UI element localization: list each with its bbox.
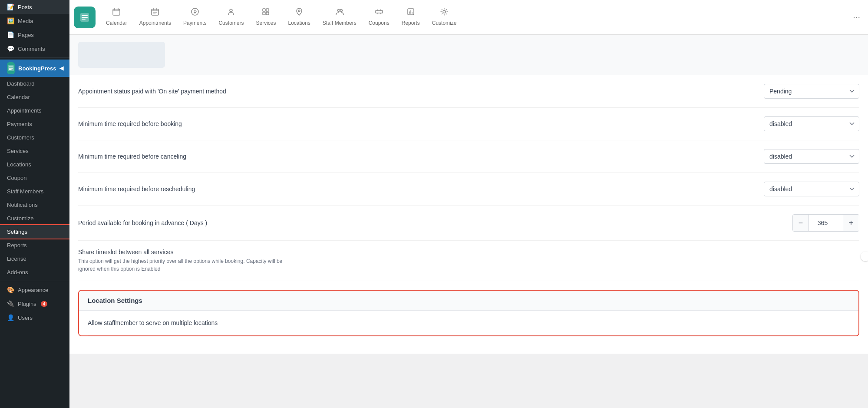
tab-customers[interactable]: Customers <box>212 4 250 30</box>
settings-row-min-canceling: Minimum time required before canceling d… <box>78 140 859 173</box>
tab-locations[interactable]: Locations <box>282 4 316 30</box>
services-tab-icon <box>261 7 270 18</box>
sidebar-label-customers: Customers <box>7 134 34 141</box>
bookingpress-nav-logo <box>74 7 96 28</box>
svg-rect-3 <box>152 9 158 15</box>
appointment-status-control: Pending Approved Cancelled <box>764 84 859 99</box>
main-area: Calendar Appointments Payments Customers <box>69 0 868 408</box>
more-button[interactable]: ··· <box>849 9 864 26</box>
sidebar-item-posts[interactable]: 📝 Posts <box>0 0 69 14</box>
sidebar-item-coupon[interactable]: Coupon <box>0 171 69 185</box>
tab-locations-label: Locations <box>288 20 310 26</box>
tab-appointments[interactable]: Appointments <box>133 4 177 30</box>
tab-payments[interactable]: Payments <box>177 4 212 30</box>
tab-calendar[interactable]: Calendar <box>100 4 133 30</box>
sidebar-item-locations[interactable]: Locations <box>0 158 69 171</box>
users-icon: 👤 <box>7 314 14 321</box>
more-dots: ··· <box>853 12 860 22</box>
sidebar-label-notifications: Notifications <box>7 202 38 208</box>
bookingpress-arrow: ◀ <box>59 65 63 71</box>
locations-tab-icon <box>295 7 304 18</box>
tab-reports-label: Reports <box>402 20 420 26</box>
sidebar-label-appearance: Appearance <box>18 287 48 293</box>
tab-customize-label: Customize <box>432 20 457 26</box>
tab-reports[interactable]: Reports <box>396 4 426 30</box>
appointment-status-label: Appointment status paid with 'On site' p… <box>78 88 226 95</box>
sidebar-item-appointments[interactable]: Appointments <box>0 104 69 117</box>
stepper-decrement-button[interactable]: − <box>793 215 809 231</box>
sidebar-label-media: Media <box>18 18 33 24</box>
location-settings-header: Location Settings <box>79 291 858 311</box>
staff-members-tab-icon <box>335 7 344 18</box>
period-booking-stepper: − + <box>792 214 859 232</box>
tab-staff-members-label: Staff Members <box>323 20 356 26</box>
tab-customize[interactable]: Customize <box>426 4 463 30</box>
sidebar-item-users[interactable]: 👤 Users <box>0 311 69 325</box>
sidebar-item-payments[interactable]: Payments <box>0 117 69 131</box>
sidebar-item-pages[interactable]: 📄 Pages <box>0 28 69 42</box>
settings-section: Appointment status paid with 'On site' p… <box>69 75 868 281</box>
appearance-icon: 🎨 <box>7 286 14 293</box>
sidebar-item-calendar[interactable]: Calendar <box>0 90 69 104</box>
period-booking-label: Period available for booking in advance … <box>78 219 207 226</box>
share-timeslot-label-group: Share timeslot between all services This… <box>78 249 295 273</box>
appointments-tab-icon <box>151 7 159 18</box>
posts-icon: 📝 <box>7 3 14 10</box>
sidebar-item-add-ons[interactable]: Add-ons <box>0 265 69 279</box>
sidebar-label-reports: Reports <box>7 242 27 249</box>
content-area: Appointment status paid with 'On site' p… <box>69 35 868 408</box>
sidebar-item-comments[interactable]: 💬 Comments <box>0 42 69 56</box>
settings-row-min-rescheduling: Minimum time required before reschedulin… <box>78 173 859 206</box>
min-canceling-label: Minimum time required before canceling <box>78 153 186 160</box>
sidebar-item-services[interactable]: Services <box>0 144 69 158</box>
settings-row-share-timeslot: Share timeslot between all services This… <box>78 241 859 281</box>
appointment-status-select[interactable]: Pending Approved Cancelled <box>764 84 859 99</box>
settings-row-multiple-locations: Allow staffmember to serve on multiple l… <box>88 311 850 335</box>
sidebar-item-bookingpress[interactable]: BookingPress ◀ <box>0 60 69 77</box>
sidebar-item-license[interactable]: License <box>0 252 69 265</box>
settings-row-appointment-status: Appointment status paid with 'On site' p… <box>78 75 859 108</box>
tab-services-label: Services <box>256 20 276 26</box>
sidebar-item-appearance[interactable]: 🎨 Appearance <box>0 283 69 297</box>
tab-services[interactable]: Services <box>250 4 282 30</box>
svg-rect-2 <box>113 9 120 15</box>
sidebar-label-calendar: Calendar <box>7 94 30 100</box>
svg-point-11 <box>337 10 340 12</box>
sidebar-divider-2 <box>0 281 69 281</box>
stepper-increment-button[interactable]: + <box>843 215 859 231</box>
tab-staff-members[interactable]: Staff Members <box>317 4 363 30</box>
settings-main: Appointment status paid with 'On site' p… <box>69 35 868 354</box>
tab-customers-label: Customers <box>218 20 244 26</box>
placeholder-card <box>78 42 165 68</box>
customers-tab-icon <box>227 7 235 18</box>
sidebar-item-reports[interactable]: Reports <box>0 239 69 252</box>
sidebar-item-dashboard[interactable]: Dashboard <box>0 77 69 90</box>
sidebar-item-staff-members[interactable]: Staff Members <box>0 185 69 198</box>
min-rescheduling-select[interactable]: disabled 1 hour 2 hours 1 day <box>764 182 859 196</box>
pages-icon: 📄 <box>7 31 14 38</box>
sidebar-label-bookingpress: BookingPress <box>18 65 56 72</box>
calendar-tab-icon <box>112 7 121 18</box>
location-settings-body: Allow staffmember to serve on multiple l… <box>79 311 858 335</box>
sidebar-item-customers[interactable]: Customers <box>0 131 69 144</box>
settings-row-period-booking: Period available for booking in advance … <box>78 206 859 241</box>
reports-tab-icon <box>406 7 415 18</box>
sidebar-label-staff-members: Staff Members <box>7 188 43 195</box>
min-canceling-select[interactable]: disabled 1 hour 2 hours 1 day <box>764 149 859 164</box>
sidebar-item-plugins[interactable]: 🔌 Plugins 4 <box>0 297 69 311</box>
sidebar-item-media[interactable]: 🖼️ Media <box>0 14 69 28</box>
sidebar-divider-1 <box>0 57 69 58</box>
plugins-icon: 🔌 <box>7 300 14 307</box>
tab-coupons[interactable]: Coupons <box>363 4 396 30</box>
min-booking-select[interactable]: disabled 1 hour 2 hours 1 day <box>764 116 859 131</box>
svg-rect-6 <box>263 9 265 11</box>
sidebar-label-plugins: Plugins <box>18 301 36 307</box>
sidebar-item-customize[interactable]: Customize <box>0 212 69 225</box>
sidebar-label-users: Users <box>18 315 33 321</box>
sidebar-item-settings[interactable]: Settings <box>0 225 69 239</box>
period-booking-input[interactable] <box>809 215 843 231</box>
location-settings-section: Location Settings Allow staffmember to s… <box>78 290 859 336</box>
min-rescheduling-control: disabled 1 hour 2 hours 1 day <box>764 182 859 196</box>
svg-rect-7 <box>266 9 269 11</box>
sidebar-item-notifications[interactable]: Notifications <box>0 198 69 212</box>
